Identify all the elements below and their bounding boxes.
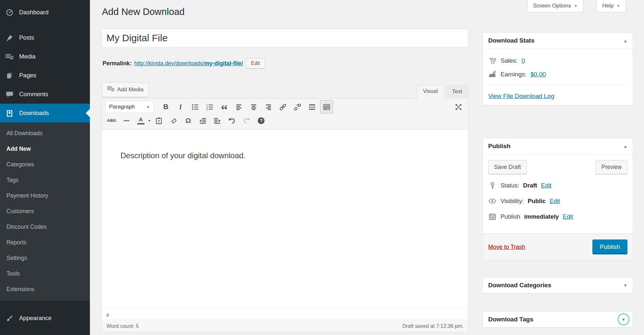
move-to-trash-link[interactable]: Move to Trash (488, 244, 525, 251)
editor-mode-tabs: Visual Text (102, 85, 468, 99)
help-button[interactable]: Help ▼ (596, 0, 626, 12)
help-icon: ? (258, 117, 265, 124)
chevron-down-icon: ▼ (146, 105, 150, 109)
sidebar-item-media[interactable]: Media (0, 47, 90, 66)
sidebar-item-label: Media (19, 53, 35, 60)
insert-link-button[interactable] (276, 100, 289, 113)
sidebar-item-label: Downloads (19, 110, 49, 117)
admin-menu: Dashboard Posts Media Pages (0, 0, 90, 122)
remove-link-button[interactable] (291, 100, 304, 113)
publish-button[interactable]: Publish (592, 239, 627, 254)
strikethrough-button[interactable]: ABC (105, 114, 118, 127)
tab-visual[interactable]: Visual (417, 85, 444, 99)
permalink-link[interactable]: http://kinsta.dev/downloads/my-digital-f… (134, 60, 243, 67)
text-color-button[interactable]: A (134, 114, 147, 127)
svg-text:3: 3 (206, 108, 208, 111)
paste-as-text-button[interactable]: T (153, 114, 166, 127)
download-categories-header[interactable]: Download Categories ▼ (483, 277, 633, 293)
submenu-settings[interactable]: Settings (0, 250, 90, 266)
permalink-edit-button[interactable]: Edit (246, 58, 265, 69)
preview-button[interactable]: Preview (596, 160, 627, 174)
redo-button[interactable] (240, 114, 253, 127)
sidebar-item-downloads[interactable]: Downloads (0, 104, 90, 122)
collapse-icon[interactable]: ▲ (623, 38, 627, 43)
sales-value-link[interactable]: 0 (522, 57, 525, 64)
sidebar-item-dashboard[interactable]: Dashboard (0, 3, 90, 22)
editor-element-path[interactable]: p (102, 309, 468, 320)
paragraph-format-select[interactable]: Paragraph ▼ (105, 101, 154, 113)
svg-text:T: T (158, 119, 160, 123)
earnings-row: Earnings: $0.00 (488, 70, 627, 79)
sales-label: Sales: (501, 57, 518, 64)
align-right-button[interactable] (262, 100, 275, 113)
sidebar-item-label: Dashboard (19, 9, 49, 16)
edit-schedule-link[interactable]: Edit (563, 213, 573, 220)
status-label: Status: (501, 182, 519, 189)
help-button-toolbar[interactable]: ? (255, 114, 268, 127)
sidebar-item-pages[interactable]: Pages (0, 66, 90, 85)
submenu-tags[interactable]: Tags (0, 172, 90, 188)
download-title-input[interactable] (102, 29, 468, 47)
publish-time-label: Publish (501, 213, 520, 220)
publish-minor-actions: Save Draft Preview (488, 160, 627, 174)
unlink-icon (293, 103, 302, 111)
submenu-add-new[interactable]: Add New (0, 141, 90, 157)
text-color-caret[interactable]: ▼ (148, 119, 151, 122)
horizontal-rule-button[interactable] (120, 114, 133, 127)
fullscreen-button[interactable] (452, 100, 465, 113)
download-tags-header[interactable]: Download Tags ▼ (483, 312, 633, 327)
publish-header[interactable]: Publish ▲ (483, 138, 633, 154)
stats-divider (488, 85, 627, 85)
increase-indent-button[interactable] (211, 114, 224, 127)
schedule-row: Publish immediately Edit (488, 213, 627, 221)
edit-visibility-link[interactable]: Edit (550, 198, 560, 205)
expand-icon[interactable]: ▼ (623, 283, 627, 288)
permalink-label: Permalink: (103, 60, 131, 67)
submenu-discount-codes[interactable]: Discount Codes (0, 219, 90, 235)
submenu-extensions[interactable]: Extensions (0, 281, 90, 297)
download-stats-header[interactable]: Download Stats ▲ (483, 33, 633, 49)
screen-meta-links: Screen Options ▼ Help ▼ (527, 0, 626, 12)
submenu-payment-history[interactable]: Payment History (0, 188, 90, 203)
publish-major-actions: Move to Trash Publish (483, 233, 633, 260)
editor-content-area[interactable]: Description of your digital download. (102, 130, 468, 309)
eraser-icon (169, 117, 178, 125)
edit-status-link[interactable]: Edit (541, 182, 551, 189)
bulleted-list-button[interactable] (189, 100, 202, 113)
collapse-icon[interactable]: ▲ (623, 144, 627, 149)
view-download-log-link[interactable]: View File Download Log (488, 93, 554, 99)
sidebar-item-appearance[interactable]: Appearance (0, 309, 90, 328)
italic-button[interactable]: I (174, 100, 187, 113)
sidebar-item-label: Pages (19, 72, 36, 79)
numbered-list-button[interactable]: 123 (203, 100, 216, 113)
read-more-button[interactable] (305, 100, 318, 113)
screen-options-button[interactable]: Screen Options ▼ (527, 0, 583, 12)
cart-icon (488, 57, 497, 65)
clipboard-icon: T (155, 117, 163, 125)
submenu-tools[interactable]: Tools (0, 266, 90, 281)
save-draft-button[interactable]: Save Draft (488, 160, 527, 174)
decrease-indent-button[interactable] (196, 114, 209, 127)
submenu-categories[interactable]: Categories (0, 157, 90, 172)
align-left-button[interactable] (232, 100, 245, 113)
downloads-submenu: All Downloads Add New Categories Tags Pa… (0, 122, 90, 301)
status-pin-icon (488, 181, 497, 190)
bold-button[interactable]: B (159, 100, 172, 113)
undo-button[interactable] (226, 114, 239, 127)
submenu-reports[interactable]: Reports (0, 235, 90, 250)
align-center-button[interactable] (247, 100, 260, 113)
clear-formatting-button[interactable] (167, 114, 180, 127)
submenu-customers[interactable]: Customers (0, 203, 90, 219)
sales-row: Sales: 0 (488, 57, 627, 65)
expand-icon[interactable]: ▼ (622, 317, 626, 322)
status-row: Status: Draft Edit (488, 181, 627, 190)
blockquote-button[interactable]: “ (218, 100, 231, 113)
tab-text[interactable]: Text (446, 85, 468, 99)
special-character-button[interactable]: Ω (182, 114, 195, 127)
sidebar-item-posts[interactable]: Posts (0, 28, 90, 47)
admin-sidebar: Dashboard Posts Media Pages (0, 0, 90, 335)
sidebar-item-comments[interactable]: Comments (0, 85, 90, 104)
toolbar-toggle-button[interactable] (320, 100, 333, 113)
earnings-value-link[interactable]: $0.00 (530, 71, 546, 78)
submenu-all-downloads[interactable]: All Downloads (0, 125, 90, 141)
